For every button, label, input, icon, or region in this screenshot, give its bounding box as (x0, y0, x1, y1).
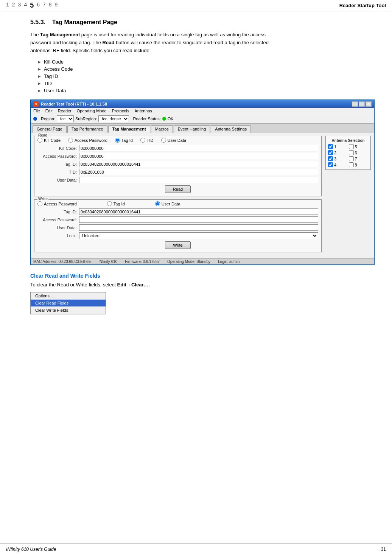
read-field-access-password: Access Password: (37, 153, 318, 159)
list-item: User Data (38, 88, 369, 93)
window-controls[interactable]: - □ ✕ (352, 101, 372, 107)
lock-select[interactable]: Unlocked (79, 232, 318, 239)
toolbar-indicator (33, 117, 37, 121)
antenna-box: Antenna Selection 1 5 2 6 3 7 4 8 (325, 136, 371, 170)
minimize-button[interactable]: - (352, 101, 358, 107)
read-button[interactable]: Read (165, 185, 191, 193)
antenna-6[interactable]: 6 (349, 150, 369, 155)
close-button[interactable]: ✕ (366, 101, 372, 107)
ctx-clear-write[interactable]: Clear Write Fields (31, 307, 106, 314)
subregion-label: SubRegion: (75, 117, 97, 121)
antenna-4[interactable]: 4 (328, 162, 348, 167)
ctx-options[interactable]: Options … (31, 292, 106, 300)
field-input-userdata[interactable] (79, 177, 318, 183)
menu-edit[interactable]: Edit (45, 109, 53, 113)
tab-macros[interactable]: Macros (151, 125, 173, 133)
write-radio-tag-id[interactable]: Tag Id (107, 201, 125, 206)
menu-antennas[interactable]: Antennas (135, 109, 152, 113)
status-mode: Operating Mode: Standby (167, 260, 210, 264)
page-footer: INfinity 610 User's Guide 31 (0, 543, 392, 555)
nav-5-active[interactable]: 5 (30, 2, 34, 9)
nav-3[interactable]: 3 (18, 2, 21, 9)
status-login: Login: admin (218, 260, 240, 264)
footer-left: INfinity 610 User's Guide (6, 547, 56, 552)
nav-4[interactable]: 4 (24, 2, 27, 9)
field-label-tagid: Tag ID: (37, 162, 79, 166)
footer-right: 31 (381, 547, 386, 552)
status-value: OK (168, 117, 174, 121)
list-item: TID (38, 81, 369, 86)
field-input-access-password[interactable] (79, 153, 318, 159)
field-input-killcode[interactable] (79, 145, 318, 151)
radio-access-password[interactable]: Access Password (68, 138, 107, 143)
write-radio-access-password[interactable]: Access Password (37, 201, 77, 206)
rtt-statusbar: MAC Address: 00:23:68:C3:EB:6E INfinity … (31, 258, 374, 264)
bullet-list: Kill Code Access Code Tag ID TID User Da… (38, 59, 369, 93)
nav-6[interactable]: 6 (37, 2, 40, 9)
read-section: Read Kill Code Access Password Tag Id (34, 136, 322, 196)
tab-event-handling[interactable]: Event Handling (174, 125, 210, 133)
write-field-tagid: Tag ID: (37, 208, 318, 215)
titlebar-left: S Reader Test Tool (RTT) - 10.1.1.58 (33, 101, 107, 107)
ctx-clear-read[interactable]: Clear Read Fields (31, 300, 106, 307)
radio-user-data[interactable]: User Data (161, 138, 187, 143)
nav-8[interactable]: 8 (49, 2, 52, 9)
header-title: Reader Startup Tool (339, 3, 386, 8)
write-radio-row: Access Password Tag Id User Data (37, 201, 318, 206)
antenna-1[interactable]: 1 (328, 144, 348, 149)
status-firmware: Firmware: 0.8.17887 (125, 260, 160, 264)
write-button[interactable]: Write (165, 241, 190, 249)
write-btn-row: Write (37, 241, 318, 249)
nav-1[interactable]: 1 (6, 2, 9, 9)
region-label: Region: (41, 117, 55, 121)
tab-tag-management[interactable]: Tag Management (108, 125, 150, 133)
section-number: 5.5.3. (30, 19, 45, 25)
nav-2[interactable]: 2 (12, 2, 15, 9)
radio-tid[interactable]: TID (140, 138, 154, 143)
tab-antenna-settings[interactable]: Antenna Settings (211, 125, 251, 133)
list-item: Tag ID (38, 73, 369, 79)
antenna-grid: 1 5 2 6 3 7 4 8 (328, 144, 368, 167)
region-select[interactable]: fcc (57, 115, 74, 122)
antenna-5[interactable]: 5 (349, 144, 369, 149)
tab-tag-performance[interactable]: Tag Performance (67, 125, 107, 133)
write-field-lock: Lock: Unlocked (37, 232, 318, 239)
antenna-2[interactable]: 2 (328, 150, 348, 155)
field-label-access-password: Access Password: (37, 154, 79, 159)
nav-7[interactable]: 7 (43, 2, 46, 9)
nav-9[interactable]: 9 (55, 2, 58, 9)
read-field-userdata: User Data: (37, 177, 318, 183)
maximize-button[interactable]: □ (359, 101, 365, 107)
tab-general-page[interactable]: General Page (33, 125, 67, 133)
rtt-panel: Read Kill Code Access Password Tag Id (31, 133, 374, 258)
write-field-input-userdata[interactable] (79, 224, 318, 231)
write-field-input-tagid[interactable] (79, 208, 318, 215)
antenna-8[interactable]: 8 (349, 162, 369, 167)
clear-section-title: Clear Read and Write Fields (30, 273, 369, 279)
bold-read: Read (103, 40, 115, 45)
antenna-7[interactable]: 7 (349, 156, 369, 161)
region-selector[interactable]: Region: fcc SubRegion: fcc_dense (41, 115, 129, 122)
menu-file[interactable]: File (33, 109, 40, 113)
antenna-3[interactable]: 3 (328, 156, 348, 161)
status-dot (162, 117, 166, 121)
list-item: Access Code (38, 66, 369, 72)
write-radio-user-data[interactable]: User Data (155, 201, 180, 206)
field-input-tagid[interactable] (79, 161, 318, 167)
menu-reader[interactable]: Reader (58, 109, 72, 113)
clear-section: Clear Read and Write Fields To clear the… (30, 273, 369, 314)
menu-operatingmode[interactable]: Operating Mode (77, 109, 107, 113)
status-label: Reader Status: (133, 117, 160, 121)
rtt-titlebar: S Reader Test Tool (RTT) - 10.1.1.58 - □… (31, 100, 374, 108)
radio-kill-code[interactable]: Kill Code (37, 138, 61, 143)
context-menu: Options … Clear Read Fields Clear Write … (30, 292, 106, 314)
radio-tag-id[interactable]: Tag Id (115, 138, 133, 143)
status-device: INfinity 610 (98, 260, 117, 264)
rtt-menubar: File Edit Reader Operating Mode Protocol… (31, 108, 374, 114)
field-input-tid[interactable] (79, 169, 318, 175)
write-field-input-access-password[interactable] (79, 216, 318, 223)
subregion-select[interactable]: fcc_dense (98, 115, 129, 122)
field-label-userdata: User Data: (37, 178, 79, 182)
write-field-label-lock: Lock: (37, 233, 79, 238)
menu-protocols[interactable]: Protocols (112, 109, 129, 113)
